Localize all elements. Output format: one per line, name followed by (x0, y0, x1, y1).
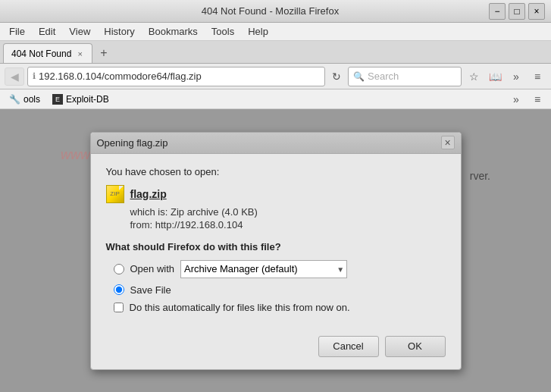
url-text: 192.168.0.104/commodore64/flag.zip (39, 71, 320, 82)
window-controls: − □ × (489, 3, 545, 20)
action-question: What should Firefox do with this file? (106, 241, 446, 252)
book-icon[interactable]: 📖 (486, 67, 504, 86)
bookmark-exploitdb[interactable]: E Exploit-DB (48, 93, 114, 106)
ok-button[interactable]: OK (385, 336, 446, 357)
tabbar: 404 Not Found × + (0, 41, 551, 64)
search-placeholder: Search (368, 71, 456, 82)
exploitdb-icon: E (52, 94, 63, 105)
dialog-titlebar: Opening flag.zip × (91, 133, 461, 154)
app-select[interactable]: Archive Manager (default) (180, 260, 347, 278)
bookmark-tools[interactable]: 🔧 ools (5, 93, 45, 106)
file-open-dialog: Opening flag.zip × You have chosen to op… (90, 132, 462, 370)
window-title: 404 Not Found - Mozilla Firefox (52, 5, 489, 17)
maximize-button[interactable]: □ (509, 3, 525, 20)
browser-tab[interactable]: 404 Not Found × (3, 43, 92, 63)
open-with-radio[interactable] (114, 264, 124, 274)
open-with-row: Open with Archive Manager (default) ▼ (106, 260, 446, 278)
dialog-close-button[interactable]: × (441, 136, 455, 149)
save-file-row: Save File (106, 284, 446, 296)
info-icon: ℹ (33, 71, 36, 81)
save-file-label: Save File (130, 284, 171, 296)
bookmark-tools-label: ools (23, 94, 40, 105)
reload-button[interactable]: ↻ (328, 68, 345, 85)
file-source-info: from: http://192.168.0.104 (106, 219, 446, 230)
bookmark-exploitdb-label: Exploit-DB (66, 94, 109, 105)
menu-history[interactable]: History (98, 24, 140, 39)
modal-overlay: Opening flag.zip × You have chosen to op… (0, 109, 551, 392)
tools-icon: 🔧 (9, 94, 20, 105)
auto-checkbox[interactable] (114, 303, 124, 312)
file-icon-label: ZIP (110, 190, 119, 197)
back-icon: ◀ (11, 71, 19, 83)
auto-label: Do this automatically for files like thi… (130, 302, 350, 313)
search-icon: 🔍 (353, 71, 365, 82)
dialog-title: Opening flag.zip (97, 137, 168, 149)
overflow-icon[interactable]: » (507, 67, 525, 86)
bookmarks-expand-button[interactable]: » (507, 90, 525, 108)
back-button[interactable]: ◀ (5, 67, 24, 86)
new-tab-button[interactable]: + (95, 45, 112, 61)
menu-view[interactable]: View (63, 24, 96, 39)
menu-tools[interactable]: Tools (205, 24, 240, 39)
addressbar: ◀ ℹ 192.168.0.104/commodore64/flag.zip ↻… (0, 64, 551, 89)
cancel-button[interactable]: Cancel (318, 336, 379, 357)
menu-help[interactable]: Help (242, 24, 274, 39)
save-file-radio[interactable] (114, 284, 124, 295)
menu-edit[interactable]: Edit (33, 24, 61, 39)
star-icon[interactable]: ☆ (465, 67, 483, 86)
open-with-label: Open with (130, 263, 175, 274)
auto-checkbox-row: Do this automatically for files like thi… (106, 302, 446, 313)
zip-file-icon: ZIP (106, 185, 124, 203)
dialog-intro-text: You have chosen to open: (106, 166, 446, 177)
dialog-body: You have chosen to open: ZIP flag.zip wh… (91, 154, 461, 328)
menu-file[interactable]: File (3, 24, 31, 39)
file-row: ZIP flag.zip (106, 185, 446, 203)
bookmarkbar: 🔧 ools E Exploit-DB » ≡ (0, 89, 551, 109)
filename-label: flag.zip (130, 188, 167, 200)
titlebar: 404 Not Found - Mozilla Firefox − □ × (0, 0, 551, 23)
search-bar[interactable]: 🔍 Search (348, 67, 462, 86)
toolbar-extra-icons: ☆ 📖 » ≡ (465, 67, 546, 86)
file-type-info: which is: Zip archive (4.0 KB) (106, 206, 446, 218)
app-select-container: Archive Manager (default) ▼ (180, 260, 347, 278)
close-window-button[interactable]: × (528, 3, 545, 20)
url-bar[interactable]: ℹ 192.168.0.104/commodore64/flag.zip (27, 67, 325, 86)
menu-bookmarks[interactable]: Bookmarks (142, 24, 204, 39)
minimize-button[interactable]: − (489, 3, 506, 20)
browser-menu-button[interactable]: ≡ (528, 90, 546, 108)
menu-icon[interactable]: ≡ (528, 67, 546, 86)
tab-close-button[interactable]: × (76, 49, 83, 58)
dialog-footer: Cancel OK (91, 328, 461, 369)
tab-label: 404 Not Found (11, 49, 71, 59)
reload-icon: ↻ (332, 71, 341, 83)
content-area: www.hackingarticles.in rver. Opening fla… (0, 109, 551, 392)
menubar: File Edit View History Bookmarks Tools H… (0, 23, 551, 41)
